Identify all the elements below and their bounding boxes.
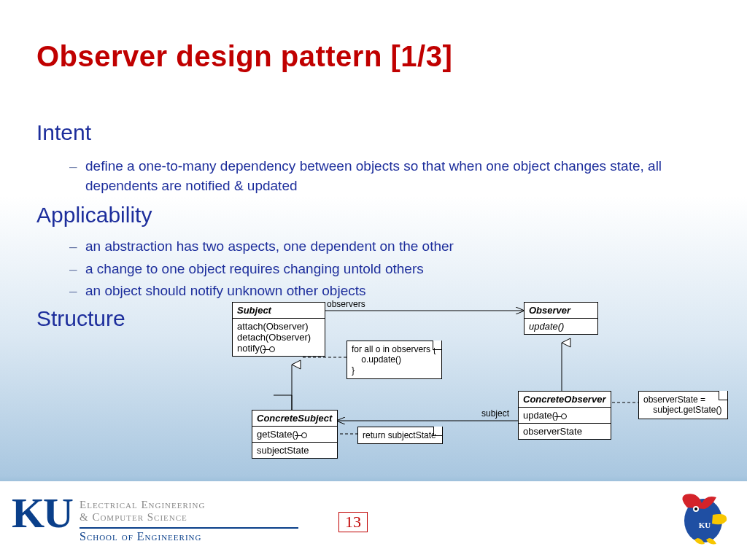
footer: KU Electrical Engineering & Computer Sci… [0,481,747,560]
svg-text:KU: KU [699,521,711,529]
class-name: Observer [525,303,597,319]
assoc-label-observers: observers [327,299,365,309]
structure-heading: Structure [36,306,125,331]
intent-bullets: define a one-to-many dependency between … [69,157,697,198]
ku-wordmark: KU [12,494,72,532]
class-observer: Observer update() [524,302,598,335]
lollipop-icon [301,432,307,438]
bullet: an abstraction has two aspects, one depe… [69,237,697,257]
bullet: a change to one object requires changing… [69,260,697,279]
class-name: ConcreteObserver [519,392,611,408]
page-number: 13 [338,512,368,532]
applicability-bullets: an abstraction has two aspects, one depe… [69,237,697,304]
class-subject: Subject attach(Observer) detach(Observer… [232,302,325,357]
class-concrete-subject: ConcreteSubject getState() subjectState [252,410,338,459]
class-ops: update() [519,408,611,424]
assoc-label-subject: subject [481,408,509,419]
ku-logo-block: KU Electrical Engineering & Computer Sci… [12,494,298,543]
lollipop-icon [561,413,567,419]
lollipop-icon [269,346,275,352]
class-ops: update() [525,319,597,334]
uml-diagram: Subject attach(Observer) detach(Observer… [204,300,737,475]
ku-text: Electrical Engineering & Computer Scienc… [80,494,298,543]
school-line: School of Engineering [80,530,298,543]
class-name: ConcreteSubject [252,411,337,427]
class-name: Subject [233,303,325,319]
note-notify: for all o in observers { o.update() } [347,341,442,379]
intent-heading: Intent [36,120,91,145]
slide-title: Observer design pattern [1/3] [36,40,452,73]
applicability-heading: Applicability [36,203,152,228]
dept-line: Electrical Engineering [80,499,298,511]
svg-point-9 [694,508,697,510]
jayhawk-icon: KU [673,490,731,547]
dept-line: & Computer Science [80,511,298,524]
note-getstate: return subjectState [357,427,443,444]
class-ops: getState() [252,427,337,443]
class-attrs: observerState [519,424,611,439]
class-concrete-observer: ConcreteObserver update() observerState [518,391,611,440]
bullet: an object should notify unknown other ob… [69,281,697,301]
separator [80,527,298,529]
class-ops: attach(Observer) detach(Observer) notify… [233,319,325,356]
note-update: observerState = subject.getState() [638,391,728,419]
slide: Observer design pattern [1/3] Intent def… [0,0,747,560]
bullet: define a one-to-many dependency between … [69,157,697,195]
class-attrs: subjectState [252,443,337,458]
